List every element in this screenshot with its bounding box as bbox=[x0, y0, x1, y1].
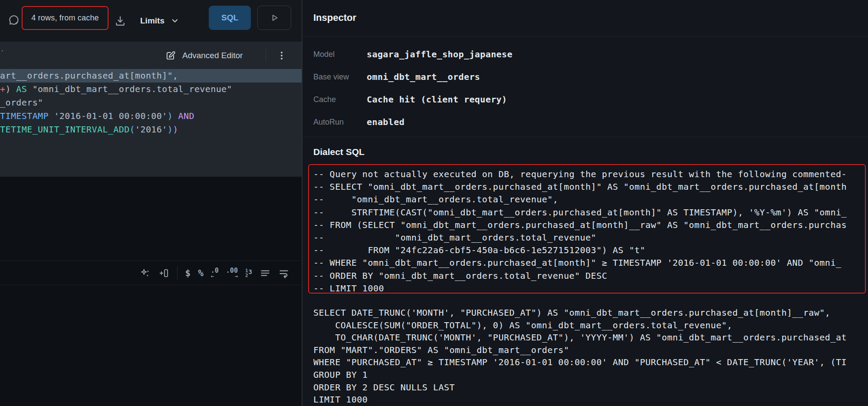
query-toolbar: 4 rows, from cache Limits SQL bbox=[0, 0, 302, 42]
limits-dropdown[interactable]: Limits bbox=[140, 0, 179, 42]
sql-comment-line: -- "omni_dbt_mart__orders.total_revenue"… bbox=[313, 193, 865, 206]
row-count-text: 4 rows, from cache bbox=[31, 13, 99, 23]
field-label: Base view bbox=[313, 73, 367, 82]
inspector-panel: Inspector Modelsagara_jaffle_shop_japane… bbox=[302, 0, 868, 406]
sql-code-line: ORDER BY 2 DESC NULLS LAST bbox=[313, 381, 847, 394]
inspector-field: AutoRunenabled bbox=[313, 111, 513, 133]
field-label: AutoRun bbox=[313, 118, 367, 127]
sql-code-line: GROUP BY 1 bbox=[313, 369, 847, 381]
field-label: Cache bbox=[313, 95, 367, 104]
commented-sql-highlight-box: -- Query not actually executed on DB, re… bbox=[308, 164, 866, 294]
align-rows-icon[interactable] bbox=[260, 267, 271, 279]
sql-comment-line: -- LIMIT 1000 bbox=[313, 282, 865, 294]
sql-comment-line: -- "omni_dbt_mart__orders.total_revenue" bbox=[313, 231, 865, 244]
sql-comment-line: -- STRFTIME(CAST("omni_dbt_mart__orders.… bbox=[313, 206, 865, 219]
query-pane: 4 rows, from cache Limits SQL bbox=[0, 0, 302, 406]
inspector-field: Base viewomni_dbt_mart__orders bbox=[313, 66, 513, 88]
ai-chat-sparkle-icon[interactable] bbox=[7, 12, 21, 30]
commented-sql: -- Query not actually executed on DB, re… bbox=[309, 165, 865, 294]
download-icon[interactable] bbox=[113, 12, 128, 30]
number-format-icon[interactable]: 1 2 3 bbox=[245, 268, 252, 278]
code-line[interactable]: TETIME_UNIT_INTERVAL_ADD('2016')) bbox=[0, 122, 302, 136]
field-label: Model bbox=[313, 50, 367, 59]
inspector-fields: Modelsagara_jaffle_shop_japaneseBase vie… bbox=[313, 43, 513, 133]
sql-comment-line: -- WHERE "omni_dbt_mart__orders.purchase… bbox=[313, 257, 865, 269]
ai-sparkles-icon[interactable] bbox=[140, 267, 151, 279]
sql-code-line: TO_CHAR(DATE_TRUNC('MONTH', "PURCHASED_A… bbox=[313, 331, 847, 344]
code-line[interactable]: _orders" bbox=[0, 96, 302, 109]
kebab-menu-icon[interactable] bbox=[275, 49, 288, 62]
decrease-decimals-icon[interactable]: .0 ← bbox=[211, 267, 219, 279]
app-root: 4 rows, from cache Limits SQL bbox=[0, 0, 868, 406]
code-line[interactable]: art__orders.purchased_at[month]", bbox=[0, 69, 302, 83]
currency-format-icon[interactable]: $ bbox=[185, 268, 191, 278]
inspector-title: Inspector bbox=[313, 12, 356, 23]
percent-format-icon[interactable]: % bbox=[198, 268, 204, 278]
inspector-header-divider bbox=[302, 36, 868, 36]
dialect-sql-title: Dialect SQL bbox=[313, 147, 365, 157]
advanced-editor-button[interactable]: Advanced Editor bbox=[165, 42, 243, 69]
toolbar-divider bbox=[177, 267, 178, 280]
chevron-down-icon bbox=[171, 17, 179, 25]
field-value: sagara_jaffle_shop_japanese bbox=[367, 49, 513, 59]
limits-label: Limits bbox=[140, 16, 164, 26]
increase-decimals-icon[interactable]: .00 → bbox=[226, 267, 238, 279]
run-query-button[interactable] bbox=[257, 6, 291, 30]
sql-code-line: SELECT DATE_TRUNC('MONTH', "PURCHASED_AT… bbox=[313, 307, 847, 319]
editor-header: . Advanced Editor bbox=[0, 42, 302, 69]
row-count-status: 4 rows, from cache bbox=[22, 6, 108, 30]
dialect-sql-code: SELECT DATE_TRUNC('MONTH', "PURCHASED_AT… bbox=[313, 307, 847, 406]
edit-pencil-icon bbox=[165, 50, 176, 61]
sql-code-line: LIMIT 1000 bbox=[313, 393, 847, 406]
advanced-editor-label: Advanced Editor bbox=[182, 51, 243, 60]
results-area: $ % .0 ← .00 → bbox=[0, 177, 302, 406]
inspector-section-divider bbox=[302, 137, 868, 137]
sql-comment-line: -- FROM "24fc22a6-cbf5-450a-b6c6-1e52715… bbox=[313, 244, 865, 257]
sql-code-line: COALESCE(SUM("ORDER_TOTAL"), 0) AS "omni… bbox=[313, 319, 847, 332]
truncated-text-fragment: . bbox=[1, 45, 3, 53]
text-wrap-icon[interactable] bbox=[278, 267, 289, 279]
field-value: Cache hit (client requery) bbox=[367, 94, 507, 105]
field-value: enabled bbox=[367, 117, 404, 127]
code-line[interactable]: TIMESTAMP '2016-01-01 00:00:00') AND bbox=[0, 109, 302, 122]
sql-toggle-button[interactable]: SQL bbox=[209, 6, 251, 30]
sql-comment-line: -- Query not actually executed on DB, re… bbox=[313, 168, 865, 181]
sql-code-line: WHERE "PURCHASED_AT" ≥ TIMESTAMP '2016-0… bbox=[313, 356, 847, 369]
inspector-field: Modelsagara_jaffle_shop_japanese bbox=[313, 43, 513, 66]
sql-comment-line: -- FROM (SELECT "omni_dbt_mart__orders.p… bbox=[313, 219, 865, 231]
sql-code-line: FROM "MART"."ORDERS" AS "omni_dbt_mart__… bbox=[313, 344, 847, 356]
sql-comment-line: -- ORDER BY "omni_dbt_mart__orders.total… bbox=[313, 270, 865, 282]
code-line[interactable]: +) AS "omni_dbt_mart__orders.total_reven… bbox=[0, 83, 302, 96]
field-value: omni_dbt_mart__orders bbox=[367, 72, 480, 82]
inspector-field: CacheCache hit (client requery) bbox=[313, 88, 513, 111]
sql-comment-line: -- SELECT "omni_dbt_mart__orders.purchas… bbox=[313, 181, 865, 193]
header-divider bbox=[266, 50, 266, 62]
add-column-icon[interactable] bbox=[158, 267, 170, 279]
results-format-toolbar: $ % .0 ← .00 → bbox=[0, 261, 302, 285]
code-lines: art__orders.purchased_at[month]",+) AS "… bbox=[0, 69, 302, 136]
play-icon bbox=[269, 12, 280, 23]
sql-editor[interactable]: art__orders.purchased_at[month]",+) AS "… bbox=[0, 69, 302, 177]
